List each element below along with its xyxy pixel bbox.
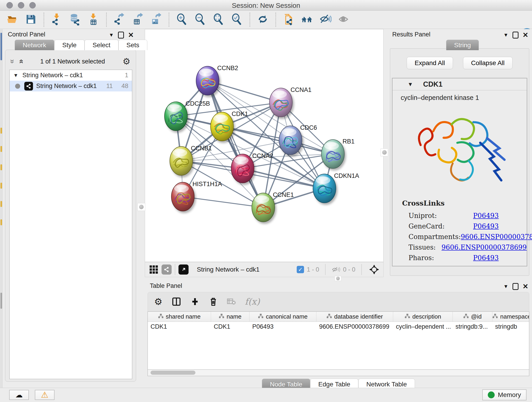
node-CCNB2[interactable]: CCNB2	[196, 65, 238, 95]
column-header-canonical-name[interactable]: canonical name	[249, 312, 317, 322]
zoom-in-button[interactable]	[174, 13, 190, 27]
right-splitter-handle[interactable]	[380, 148, 388, 156]
node-CDC6[interactable]: CDC6	[279, 124, 317, 155]
crosslink-link[interactable]: P06493	[473, 212, 499, 220]
node-CCNA2[interactable]: CCNA2	[231, 153, 273, 183]
warnings-button[interactable]: ⚠	[35, 390, 55, 400]
cloud-status-button[interactable]: ☁	[9, 390, 29, 400]
table-panel-close-button[interactable]: ✕	[523, 282, 528, 290]
crosslink-row: Tissues:9606.ENSP00000378699	[402, 242, 527, 253]
edge-CCNB2-CCNE1[interactable]	[208, 81, 263, 207]
node-CDK1[interactable]: CDK1	[210, 110, 248, 141]
network-collection-row[interactable]: ▼ String Network – cdk1 1	[10, 70, 132, 81]
collection-expand-icon[interactable]: ▼	[13, 72, 18, 78]
expand-all-button[interactable]: Expand All	[407, 57, 453, 69]
zoom-out-icon	[194, 13, 206, 26]
node-table[interactable]: shared namenamecanonical namedatabase id…	[147, 312, 529, 370]
selected-node-edge-counts: 1 - 0	[307, 266, 319, 273]
control-panel-close-button[interactable]: ✕	[128, 31, 134, 39]
node-label-RB1: RB1	[342, 138, 355, 145]
network-options-gear-icon[interactable]: ⚙	[123, 56, 130, 66]
results-panel-float-button[interactable]: ▼	[503, 32, 508, 38]
open-session-icon	[6, 13, 19, 26]
results-panel-close-button[interactable]: ✕	[523, 31, 528, 39]
results-panel-maximize-button[interactable]	[513, 32, 519, 38]
gene-collapse-icon[interactable]: ▼	[408, 81, 413, 88]
gene-header-row[interactable]: ▼ CDK1	[393, 78, 527, 90]
import-table-button[interactable]	[86, 13, 101, 27]
new-network-from-selection-button[interactable]	[281, 13, 296, 27]
show-all-button[interactable]	[336, 13, 351, 27]
column-header-description[interactable]: description	[393, 312, 453, 322]
tab-sets[interactable]: Sets	[119, 40, 147, 50]
column-type-icon	[326, 313, 332, 320]
control-panel-float-button[interactable]: ▼	[109, 32, 114, 38]
hide-selected-button[interactable]	[318, 13, 333, 27]
table-panel-float-button[interactable]: ▼	[503, 283, 508, 289]
network-view-toolbar: String Network – cdk1 ✓ 1 - 0 0 - 0	[145, 262, 384, 277]
delete-column-icon[interactable]	[209, 297, 218, 306]
node-CDKN1A[interactable]: CDKN1A	[313, 172, 359, 203]
table-horizontal-scrollbar[interactable]	[147, 370, 529, 376]
scrollbar-thumb[interactable]	[151, 370, 196, 375]
table-row[interactable]: CDK1CDK1P064939606.ENSP00000378699cyclin…	[148, 322, 529, 332]
create-column-icon[interactable]	[190, 297, 200, 306]
node-RB1[interactable]: RB1	[322, 138, 355, 168]
edge-layer	[176, 81, 333, 207]
save-session-button[interactable]	[23, 13, 38, 27]
import-network-button[interactable]	[49, 13, 64, 27]
node-HIST1H1A[interactable]: HIST1H1A	[171, 181, 222, 211]
tab-style[interactable]: Style	[54, 40, 85, 50]
network-label: String Network – cdk1	[36, 83, 97, 89]
zoom-fit-button[interactable]	[211, 13, 226, 27]
table-panel-maximize-button[interactable]	[513, 283, 519, 290]
collapse-all-networks-icon[interactable]: »	[9, 59, 17, 64]
crosslink-row: Pharos:P06493	[402, 253, 527, 263]
column-header-namespace[interactable]: namespace	[492, 312, 529, 322]
column-header-name[interactable]: name	[211, 312, 249, 322]
import-database-button[interactable]	[68, 13, 83, 27]
control-panel: Control Panel ▼ ✕ NetworkStyleSelectSets…	[3, 29, 137, 388]
collection-label: String Network – cdk1	[22, 72, 83, 79]
export-table-button[interactable]	[130, 13, 145, 27]
show-columns-icon[interactable]	[172, 297, 181, 306]
refresh-button[interactable]	[255, 13, 270, 27]
crosslink-link[interactable]: 9606.ENSP00000378699	[461, 233, 532, 241]
expand-all-networks-icon[interactable]: »	[17, 59, 24, 64]
selected-items-checkbox[interactable]: ✓	[297, 266, 304, 273]
crosslink-link[interactable]: 9606.ENSP00000378699	[442, 243, 527, 251]
birds-eye-view-icon[interactable]	[150, 265, 158, 274]
first-neighbors-button[interactable]	[299, 13, 315, 27]
column-header--id[interactable]: @id	[453, 312, 492, 322]
window-title: Session: New Session	[0, 2, 532, 9]
crosslink-link[interactable]: P06493	[473, 222, 499, 230]
detach-view-icon[interactable]	[178, 264, 189, 274]
tab-network[interactable]: Network	[15, 40, 54, 50]
export-network-button[interactable]	[112, 13, 127, 27]
table-options-gear-icon[interactable]: ⚙	[154, 296, 162, 307]
column-header-shared-name[interactable]: shared name	[148, 312, 211, 322]
tab-select[interactable]: Select	[85, 40, 119, 50]
zoom-selected-button[interactable]	[229, 13, 244, 27]
crosslink-link[interactable]: P06493	[473, 254, 499, 262]
fit-selected-icon[interactable]	[369, 264, 379, 274]
network-canvas[interactable]: CCNB2CCNA1CDC25BCDK1CDC6RB1CCNB1CCNA2CDK…	[145, 29, 384, 262]
open-session-button[interactable]	[5, 13, 20, 27]
zoom-out-button[interactable]	[193, 13, 208, 27]
node-CCNE1[interactable]: CCNE1	[252, 191, 294, 222]
network-row-selected[interactable]: String Network – cdk1 11 48	[10, 81, 132, 91]
horizontal-splitter-handle[interactable]	[335, 276, 341, 281]
control-panel-maximize-button[interactable]	[118, 32, 124, 38]
export-image-button[interactable]	[148, 13, 164, 27]
left-splitter-handle[interactable]	[138, 203, 145, 211]
import-database-icon	[69, 13, 81, 26]
memory-button[interactable]: Memory	[482, 389, 526, 400]
column-header-database-identifier[interactable]: database identifier	[317, 312, 393, 322]
edge-HIST1H1A-CCNE1[interactable]	[183, 197, 263, 207]
network-overview-icon[interactable]	[162, 264, 172, 274]
network-tab-card: » » 1 of 1 Network selected ⚙ ▼ String N…	[5, 50, 136, 382]
node-CDC25B[interactable]: CDC25B	[165, 100, 210, 131]
node-count: 11	[106, 83, 113, 89]
collapse-all-button[interactable]: Collapse All	[463, 57, 513, 69]
tab-string[interactable]: String	[446, 40, 479, 50]
